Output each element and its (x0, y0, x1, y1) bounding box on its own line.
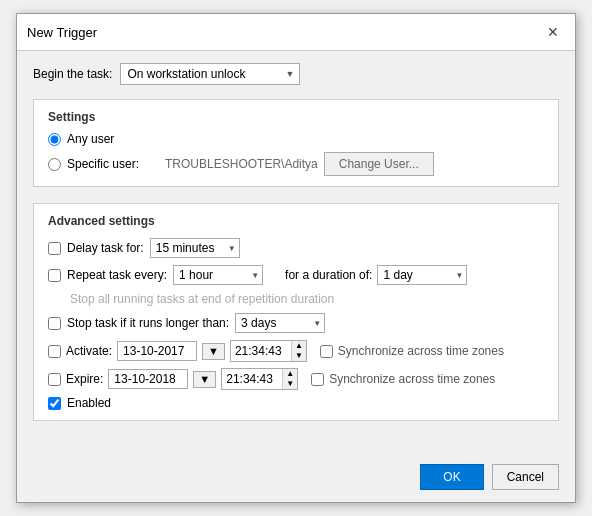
expire-date-input[interactable] (108, 369, 188, 389)
specific-user-label: Specific user: (67, 157, 139, 171)
advanced-settings-group: Advanced settings Delay task for: 15 min… (33, 203, 559, 421)
expire-time-up[interactable]: ▲ (283, 369, 297, 379)
expire-calendar-button[interactable]: ▼ (193, 371, 216, 388)
activate-sync-checkbox[interactable] (320, 345, 333, 358)
stop-all-label: Stop all running tasks at end of repetit… (70, 292, 334, 306)
specific-user-value: TROUBLESHOOTER\Aditya (165, 157, 318, 171)
activate-calendar-button[interactable]: ▼ (202, 343, 225, 360)
expire-sync-row: Synchronize across time zones (311, 372, 495, 386)
delay-task-row: Delay task for: 15 minutes 30 minutes 1 … (48, 238, 544, 258)
for-duration-row: for a duration of: 1 day 30 minutes 1 ho… (285, 265, 467, 285)
activate-sync-row: Synchronize across time zones (320, 344, 504, 358)
dialog-body: Begin the task: On workstation unlock On… (17, 51, 575, 456)
activate-label: Activate: (66, 344, 112, 358)
stop-longer-dropdown[interactable]: 3 days 1 day 2 hours (235, 313, 325, 333)
enabled-label: Enabled (67, 396, 111, 410)
expire-label: Expire: (66, 372, 103, 386)
duration-dropdown-wrapper: 1 day 30 minutes 1 hour 12 hours Indefin… (377, 265, 467, 285)
activate-date-input[interactable] (117, 341, 197, 361)
activate-row: Activate: ▼ ▲ ▼ Synchronize across time … (48, 340, 544, 362)
begin-task-dropdown-wrapper: On workstation unlock On a schedule At l… (120, 63, 300, 85)
expire-sync-label: Synchronize across time zones (329, 372, 495, 386)
any-user-radio[interactable] (48, 133, 61, 146)
dialog-footer: OK Cancel (17, 456, 575, 502)
begin-task-dropdown[interactable]: On workstation unlock On a schedule At l… (120, 63, 300, 85)
expire-time-down[interactable]: ▼ (283, 379, 297, 389)
expire-time-spinner: ▲ ▼ (282, 369, 297, 389)
dialog-title: New Trigger (27, 25, 97, 40)
repeat-dropdown[interactable]: 1 hour 30 minutes 2 hours (173, 265, 263, 285)
activate-time-wrapper: ▲ ▼ (230, 340, 307, 362)
activate-time-down[interactable]: ▼ (292, 351, 306, 361)
ok-button[interactable]: OK (420, 464, 483, 490)
activate-time-input[interactable] (231, 342, 291, 360)
repeat-task-row: Repeat task every: 1 hour 30 minutes 2 h… (48, 265, 544, 285)
activate-checkbox[interactable] (48, 345, 61, 358)
stop-longer-label: Stop task if it runs longer than: (67, 316, 229, 330)
enabled-checkbox[interactable] (48, 397, 61, 410)
stop-longer-checkbox[interactable] (48, 317, 61, 330)
expire-time-input[interactable] (222, 370, 282, 388)
repeat-dropdown-wrapper: 1 hour 30 minutes 2 hours (173, 265, 263, 285)
duration-dropdown[interactable]: 1 day 30 minutes 1 hour 12 hours Indefin… (377, 265, 467, 285)
advanced-title: Advanced settings (48, 214, 544, 228)
any-user-label: Any user (67, 132, 114, 146)
expire-sync-checkbox[interactable] (311, 373, 324, 386)
any-user-row: Any user (48, 132, 544, 146)
stop-longer-row: Stop task if it runs longer than: 3 days… (48, 313, 544, 333)
stop-all-row: Stop all running tasks at end of repetit… (70, 292, 544, 306)
repeat-task-checkbox[interactable] (48, 269, 61, 282)
delay-task-label: Delay task for: (67, 241, 144, 255)
expire-row: Expire: ▼ ▲ ▼ Synchronize across time zo… (48, 368, 544, 390)
for-duration-label: for a duration of: (285, 268, 372, 282)
activate-sync-label: Synchronize across time zones (338, 344, 504, 358)
begin-task-label: Begin the task: (33, 67, 112, 81)
activate-time-up[interactable]: ▲ (292, 341, 306, 351)
delay-dropdown-wrapper: 15 minutes 30 minutes 1 hour (150, 238, 240, 258)
change-user-button[interactable]: Change User... (324, 152, 434, 176)
expire-checkbox[interactable] (48, 373, 61, 386)
close-button[interactable]: ✕ (541, 22, 565, 42)
title-bar: New Trigger ✕ (17, 14, 575, 51)
stop-longer-dropdown-wrapper: 3 days 1 day 2 hours (235, 313, 325, 333)
repeat-task-label: Repeat task every: (67, 268, 167, 282)
specific-user-row: Specific user: TROUBLESHOOTER\Aditya Cha… (48, 152, 544, 176)
expire-time-wrapper: ▲ ▼ (221, 368, 298, 390)
enabled-row: Enabled (48, 396, 544, 410)
begin-task-row: Begin the task: On workstation unlock On… (33, 63, 559, 85)
specific-user-radio[interactable] (48, 158, 61, 171)
settings-title: Settings (48, 110, 544, 124)
new-trigger-dialog: New Trigger ✕ Begin the task: On worksta… (16, 13, 576, 503)
delay-dropdown[interactable]: 15 minutes 30 minutes 1 hour (150, 238, 240, 258)
settings-group: Settings Any user Specific user: TROUBLE… (33, 99, 559, 187)
activate-time-spinner: ▲ ▼ (291, 341, 306, 361)
cancel-button[interactable]: Cancel (492, 464, 559, 490)
delay-task-checkbox[interactable] (48, 242, 61, 255)
